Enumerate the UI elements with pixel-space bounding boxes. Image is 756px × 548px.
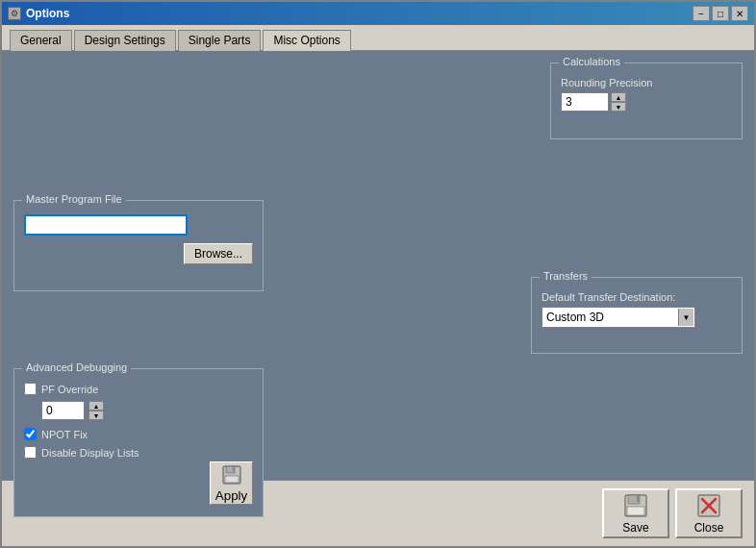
rounding-precision-input[interactable] (561, 92, 609, 112)
content-area: Calculations Rounding Precision ▲ ▼ Mast… (2, 51, 754, 480)
window-icon: ⚙ (8, 7, 21, 20)
tab-single-parts[interactable]: Single Parts (178, 30, 262, 51)
npot-fix-row: NPOT Fix (24, 428, 253, 440)
pf-value-input[interactable] (41, 401, 85, 420)
pf-spin-up-button[interactable]: ▲ (88, 401, 104, 411)
title-bar: ⚙ Options − □ ✕ (2, 2, 754, 25)
pf-spin-down-button[interactable]: ▼ (88, 411, 104, 420)
rounding-precision-label: Rounding Precision (561, 77, 732, 88)
master-program-file-group: Master Program File Browse... (13, 200, 264, 291)
close-title-button[interactable]: ✕ (731, 6, 748, 21)
svg-rect-6 (637, 495, 640, 502)
spin-down-button[interactable]: ▼ (611, 102, 626, 112)
svg-rect-3 (225, 476, 239, 483)
spin-up-button[interactable]: ▲ (611, 92, 626, 102)
pf-override-checkbox[interactable] (24, 383, 37, 395)
save-button[interactable]: Save (602, 488, 669, 538)
save-icon (623, 493, 648, 518)
close-icon (696, 493, 721, 518)
close-label: Close (694, 521, 724, 535)
calculations-group-label: Calculations (559, 56, 624, 67)
disable-display-checkbox[interactable] (24, 446, 37, 459)
tab-misc-options[interactable]: Misc Options (263, 30, 350, 51)
title-bar-left: ⚙ Options (8, 7, 69, 20)
master-file-input[interactable] (24, 214, 188, 236)
apply-save-icon (220, 463, 243, 486)
transfers-group-label: Transfers (540, 270, 592, 282)
pf-override-label[interactable]: PF Override (41, 384, 98, 395)
close-button[interactable]: Close (675, 488, 743, 538)
pf-spinner-row: ▲ ▼ (41, 401, 253, 420)
browse-button[interactable]: Browse... (184, 243, 253, 264)
advanced-debugging-group: Advanced Debugging PF Override ▲ ▼ NPOT … (13, 368, 264, 517)
master-file-group-label: Master Program File (22, 193, 126, 205)
advanced-debugging-label: Advanced Debugging (22, 361, 131, 373)
window-title: Options (26, 7, 69, 20)
rounding-spinner-buttons: ▲ ▼ (611, 92, 626, 112)
title-buttons: − □ ✕ (693, 6, 748, 21)
svg-rect-2 (233, 466, 235, 471)
maximize-button[interactable]: □ (712, 6, 729, 21)
transfers-group: Transfers Default Transfer Destination: … (531, 277, 743, 354)
apply-btn-container: Apply (210, 461, 253, 505)
svg-rect-7 (627, 507, 644, 515)
apply-button[interactable]: Apply (210, 461, 253, 505)
tab-bar: General Design Settings Single Parts Mis… (2, 25, 754, 51)
transfer-select-container: Custom 3D Option 2 Option 3 ▼ (542, 307, 695, 328)
pf-spinner-buttons: ▲ ▼ (88, 401, 104, 420)
minimize-button[interactable]: − (693, 6, 710, 21)
default-transfer-label: Default Transfer Destination: (542, 291, 732, 303)
disable-display-label[interactable]: Disable Display Lists (41, 447, 139, 459)
disable-display-row: Disable Display Lists (24, 446, 253, 459)
tab-design-settings[interactable]: Design Settings (74, 30, 176, 51)
tab-general[interactable]: General (10, 30, 72, 51)
save-label: Save (622, 521, 648, 535)
transfer-destination-select[interactable]: Custom 3D Option 2 Option 3 (542, 307, 695, 328)
options-window: ⚙ Options − □ ✕ General Design Settings … (0, 0, 756, 548)
npot-fix-checkbox[interactable] (24, 428, 37, 440)
npot-fix-label[interactable]: NPOT Fix (41, 429, 88, 440)
apply-label: Apply (215, 488, 247, 503)
pf-override-row: PF Override (24, 383, 253, 395)
calculations-group: Calculations Rounding Precision ▲ ▼ (550, 62, 743, 139)
rounding-spinner-container: ▲ ▼ (561, 92, 732, 112)
